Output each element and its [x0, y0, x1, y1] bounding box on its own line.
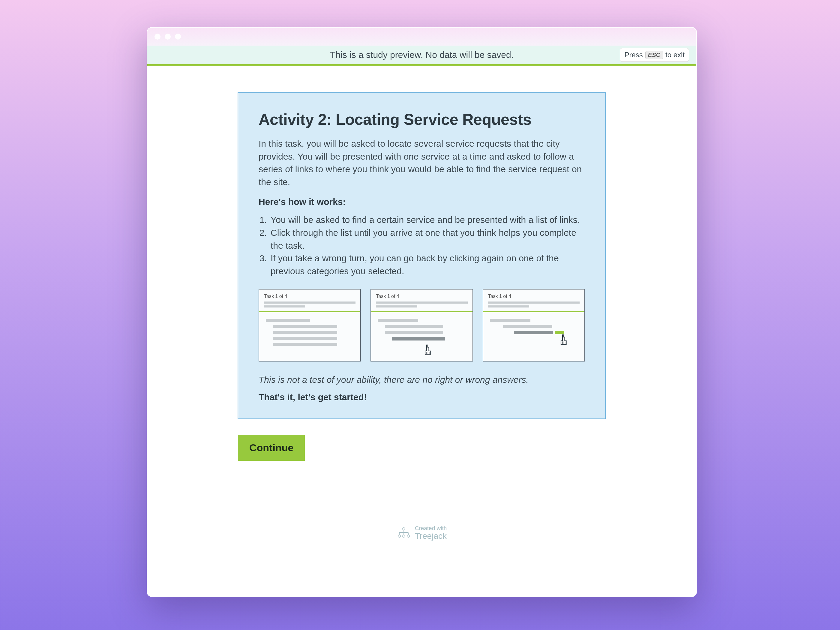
esc-key-badge: ESC [645, 51, 663, 59]
steps-list: You will be asked to find a certain serv… [259, 213, 585, 278]
traffic-light-zoom[interactable] [175, 33, 181, 39]
svg-point-7 [398, 535, 401, 537]
svg-point-9 [407, 535, 409, 537]
window-titlebar [147, 28, 696, 46]
closing-text: That's it, let's get started! [259, 392, 585, 402]
browser-window: This is a study preview. No data will be… [147, 27, 697, 597]
continue-button[interactable]: Continue [238, 435, 305, 461]
traffic-light-close[interactable] [155, 33, 161, 39]
activity-description: In this task, you will be asked to locat… [259, 137, 585, 188]
content-area: Activity 2: Locating Service Requests In… [147, 66, 696, 554]
step-item: Click through the list until you arrive … [269, 226, 585, 252]
svg-point-8 [403, 535, 405, 537]
exit-suffix: to exit [665, 51, 685, 59]
illus-task-label: Task 1 of 4 [264, 294, 355, 299]
svg-point-6 [403, 528, 405, 530]
illus-task-label: Task 1 of 4 [488, 294, 579, 299]
preview-message: This is a study preview. No data will be… [330, 50, 513, 60]
pointer-cursor-icon [559, 334, 568, 345]
brand-name: Treejack [415, 532, 447, 541]
preview-banner: This is a study preview. No data will be… [147, 46, 696, 66]
illustration-step-1: Task 1 of 4 [259, 289, 361, 362]
illustrations-row: Task 1 of 4 [259, 289, 585, 362]
step-item: If you take a wrong turn, you can go bac… [269, 252, 585, 278]
disclaimer-text: This is not a test of your ability, ther… [259, 375, 585, 385]
pointer-cursor-icon [423, 344, 433, 355]
illustration-step-2: Task 1 of 4 [371, 289, 473, 362]
illustration-step-3: Task 1 of 4 [483, 289, 585, 362]
exit-instruction: Press ESC to exit [620, 48, 689, 62]
step-item: You will be asked to find a certain serv… [269, 213, 585, 226]
traffic-light-minimize[interactable] [165, 33, 171, 39]
activity-card: Activity 2: Locating Service Requests In… [238, 92, 606, 419]
footer-brand: Created with Treejack [397, 525, 447, 541]
illus-task-label: Task 1 of 4 [376, 294, 467, 299]
treejack-logo-icon [397, 527, 411, 539]
how-it-works-label: Here's how it works: [259, 197, 585, 207]
brand-created-with: Created with [415, 525, 447, 532]
activity-title: Activity 2: Locating Service Requests [259, 111, 585, 128]
exit-prefix: Press [624, 51, 643, 59]
